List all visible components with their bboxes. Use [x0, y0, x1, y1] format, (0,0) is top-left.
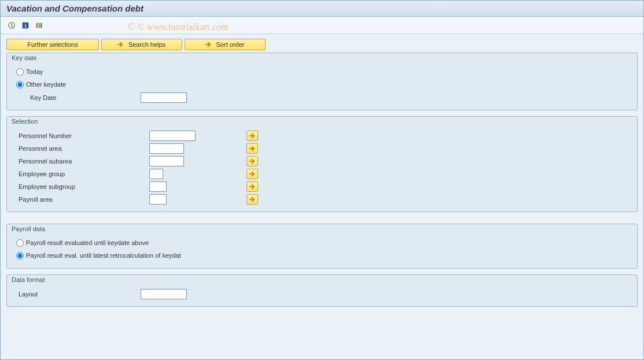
page-title: Vacation and Compensation debt	[1, 1, 643, 17]
payroll-opt2-label: Payroll result eval. until latest retroc…	[26, 252, 181, 259]
today-radio[interactable]	[16, 68, 24, 76]
other-keydate-radio[interactable]	[16, 81, 24, 88]
payroll-opt1-radio[interactable]	[16, 239, 24, 247]
multiple-selection-button[interactable]	[246, 131, 258, 141]
arrow-right-icon	[204, 40, 213, 49]
svg-rect-3	[36, 23, 38, 28]
selection-row: Employee subgroup	[16, 180, 631, 193]
selection-row: Payroll area	[16, 193, 631, 206]
multiple-selection-button[interactable]	[246, 194, 258, 205]
selection-input[interactable]	[149, 169, 163, 179]
selection-row-label: Personnel subarea	[16, 158, 149, 165]
selection-input[interactable]	[149, 194, 167, 205]
selection-row-label: Payroll area	[16, 196, 149, 203]
svg-rect-4	[38, 23, 39, 28]
content-area: Further selections Search helps Sort ord…	[1, 34, 643, 317]
app-window: Vacation and Compensation debt i © © www…	[0, 0, 644, 360]
selection-buttons-row: Further selections Search helps Sort ord…	[6, 39, 638, 50]
selection-row: Employee group	[16, 168, 631, 180]
svg-rect-6	[41, 23, 42, 28]
data-format-title: Data format	[7, 275, 637, 285]
key-date-field-label: Key Date	[16, 94, 141, 101]
svg-rect-5	[39, 23, 41, 28]
search-helps-button[interactable]: Search helps	[101, 39, 182, 50]
payroll-data-title: Payroll data	[7, 224, 637, 235]
search-helps-label: Search helps	[128, 41, 165, 48]
multiple-selection-button[interactable]	[246, 181, 258, 192]
sort-order-button[interactable]: Sort order	[185, 39, 266, 50]
execute-icon[interactable]	[6, 20, 17, 31]
selection-row-label: Employee group	[16, 170, 149, 177]
sort-order-label: Sort order	[216, 41, 245, 48]
selection-input[interactable]	[149, 156, 184, 166]
selection-title: Selection	[7, 117, 637, 127]
other-keydate-label: Other keydate	[26, 81, 66, 88]
selection-row-label: Personnel area	[16, 145, 149, 152]
multiple-selection-button[interactable]	[246, 169, 258, 179]
multiple-selection-button[interactable]	[246, 143, 258, 154]
key-date-title: Key date	[7, 53, 637, 64]
payroll-data-group: Payroll data Payroll result evaluated un…	[6, 224, 638, 269]
selection-row-label: Employee subgroup	[16, 183, 149, 190]
selection-row: Personnel area	[16, 142, 631, 155]
further-selections-button[interactable]: Further selections	[6, 39, 99, 50]
selection-input[interactable]	[149, 181, 167, 192]
selection-row: Personnel subarea	[16, 155, 631, 168]
layout-input[interactable]	[141, 289, 187, 299]
selection-row-label: Personnel Number	[16, 132, 149, 139]
selection-input[interactable]	[149, 131, 196, 141]
selection-row: Personnel Number	[16, 129, 631, 142]
arrow-right-icon	[116, 40, 125, 49]
info-icon[interactable]: i	[20, 20, 31, 31]
layout-label: Layout	[16, 291, 141, 298]
payroll-opt1-label: Payroll result evaluated until keydate a…	[26, 239, 149, 246]
selection-input[interactable]	[149, 143, 184, 154]
payroll-opt2-radio[interactable]	[16, 252, 24, 259]
today-label: Today	[26, 68, 43, 75]
key-date-group: Key date Today Other keydate Key Date	[6, 53, 638, 110]
multiple-selection-button[interactable]	[246, 156, 258, 166]
data-format-group: Data format Layout	[6, 274, 638, 307]
key-date-input[interactable]	[141, 92, 187, 103]
svg-text:i: i	[25, 22, 27, 28]
app-toolbar: i	[1, 17, 643, 34]
variant-icon[interactable]	[34, 20, 45, 31]
selection-group: Selection Personnel NumberPersonnel area…	[6, 116, 638, 212]
